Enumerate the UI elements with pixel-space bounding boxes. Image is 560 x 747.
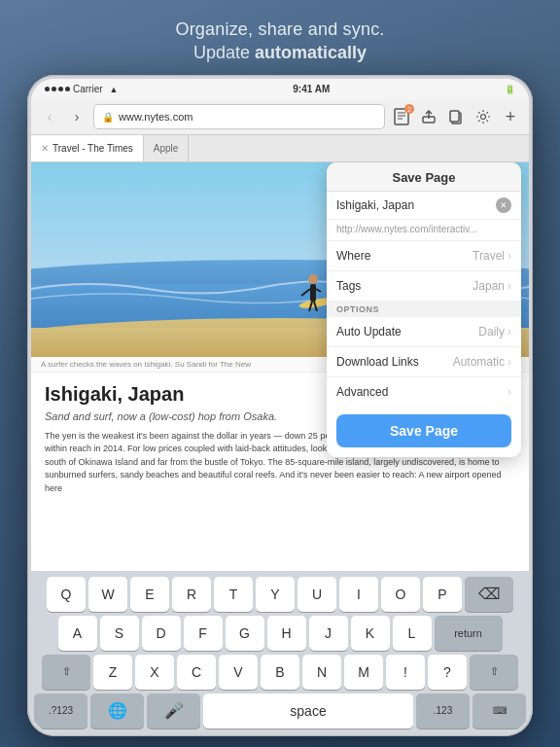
key-backspace[interactable]: ⌫ <box>465 577 513 612</box>
popup-tags-label: Tags <box>336 279 472 293</box>
tab-apple[interactable]: Apple <box>144 135 190 161</box>
url-bar[interactable]: 🔒 www.nytes.com <box>93 104 385 129</box>
key-q[interactable]: Q <box>47 577 86 612</box>
key-b[interactable]: B <box>261 655 299 690</box>
key-n[interactable]: N <box>302 655 341 690</box>
key-row-2: A S D F G H J K L return <box>34 616 526 651</box>
popup-auto-update-chevron: › <box>508 325 511 338</box>
popup-download-links-label: Download Links <box>336 355 453 369</box>
key-keyboard[interactable]: ⌨ <box>472 694 526 729</box>
key-o[interactable]: O <box>381 577 420 612</box>
url-text: www.nytes.com <box>119 111 192 123</box>
popup-clear-button[interactable]: ✕ <box>496 197 511 213</box>
key-numbers[interactable]: .?123 <box>34 694 88 729</box>
key-return[interactable]: return <box>435 616 503 651</box>
key-h[interactable]: H <box>267 616 306 651</box>
popup-section-header: OPTIONS <box>327 302 521 317</box>
popup-row-advanced[interactable]: Advanced › <box>327 377 521 407</box>
popup-name-input[interactable] <box>336 198 496 212</box>
header-text: Organize, share and sync. Update automat… <box>175 18 384 65</box>
key-space[interactable]: space <box>203 694 413 729</box>
dot-3 <box>58 87 63 91</box>
header-line2: Update automatically <box>175 41 384 64</box>
key-numbers-right[interactable]: .123 <box>416 694 470 729</box>
popup-advanced-chevron: › <box>508 385 511 399</box>
toolbar-icons: 2 <box>391 106 521 127</box>
key-p[interactable]: P <box>423 577 462 612</box>
device-inner: Carrier ▲ 9:41 AM 🔋 ‹ › 🔒 www.nytes.com <box>31 79 529 732</box>
key-g[interactable]: G <box>226 616 264 651</box>
svg-rect-7 <box>450 111 459 122</box>
key-exclaim[interactable]: ! <box>386 655 425 690</box>
popup-row-download-links[interactable]: Download Links Automatic › <box>327 347 521 377</box>
content-area: A surfer checks the waves on Ishigaki. S… <box>31 162 529 571</box>
browser-toolbar: ‹ › 🔒 www.nytes.com 2 <box>31 100 529 135</box>
key-m[interactable]: M <box>344 655 383 690</box>
key-y[interactable]: Y <box>256 577 295 612</box>
key-w[interactable]: W <box>88 577 127 612</box>
status-left: Carrier ▲ <box>45 84 118 94</box>
popup-row-where[interactable]: Where Travel › <box>327 241 521 271</box>
popup-title: Save Page <box>327 162 521 192</box>
key-e[interactable]: E <box>130 577 169 612</box>
key-row-1: Q W E R T Y U I O P ⌫ <box>34 577 526 612</box>
popup-name-field[interactable]: ✕ <box>327 192 521 220</box>
popup-auto-update-value: Daily <box>478 325 505 338</box>
key-i[interactable]: I <box>339 577 378 612</box>
header-line1: Organize, share and sync. <box>175 18 384 41</box>
key-row-bottom: .?123 🌐 🎤 space .123 ⌨ <box>34 694 526 729</box>
key-l[interactable]: L <box>393 616 432 651</box>
dot-4 <box>65 87 70 91</box>
bookmark-icon[interactable]: 2 <box>391 106 412 127</box>
time-display: 9:41 AM <box>293 84 330 94</box>
key-v[interactable]: V <box>219 655 258 690</box>
signal-dots <box>45 87 70 91</box>
key-r[interactable]: R <box>172 577 211 612</box>
add-tab-icon[interactable]: + <box>500 106 521 127</box>
key-c[interactable]: C <box>177 655 216 690</box>
carrier-label: Carrier <box>73 84 103 94</box>
popup-where-value: Travel <box>472 249 505 263</box>
share-icon[interactable] <box>418 106 439 127</box>
key-a[interactable]: A <box>58 616 97 651</box>
key-x[interactable]: X <box>135 655 174 690</box>
tab-travel[interactable]: ✕ Travel - The Times <box>31 135 144 161</box>
tab-bar: ✕ Travel - The Times Apple <box>31 135 529 162</box>
dot-2 <box>52 87 56 91</box>
copy-icon[interactable] <box>445 106 467 127</box>
popup-where-label: Where <box>336 249 472 263</box>
popup-row-tags[interactable]: Tags Japan › <box>327 271 521 302</box>
settings-icon[interactable] <box>472 106 494 127</box>
status-right: 🔋 <box>505 85 515 94</box>
popup-url-field: http://www.nytes.com/interactiv... <box>327 220 521 241</box>
key-d[interactable]: D <box>142 616 181 651</box>
tab-travel-label: Travel - The Times <box>52 143 133 154</box>
key-k[interactable]: K <box>351 616 390 651</box>
key-j[interactable]: J <box>309 616 348 651</box>
tab-apple-label: Apple <box>154 143 179 154</box>
key-shift-right[interactable]: ⇧ <box>470 655 518 690</box>
save-popup: Save Page ✕ http://www.nytes.com/interac… <box>327 162 521 457</box>
tab-close-travel[interactable]: ✕ <box>41 143 49 154</box>
key-t[interactable]: T <box>214 577 253 612</box>
header-line2-bold: automatically <box>255 43 367 62</box>
key-question[interactable]: ? <box>428 655 467 690</box>
status-bar: Carrier ▲ 9:41 AM 🔋 <box>31 79 529 100</box>
popup-save-button[interactable]: Save Page <box>336 414 511 447</box>
key-shift[interactable]: ⇧ <box>42 655 90 690</box>
header-line2-prefix: Update <box>193 43 255 62</box>
key-s[interactable]: S <box>100 616 139 651</box>
bookmark-badge: 2 <box>404 104 414 114</box>
popup-tags-chevron: › <box>508 279 511 293</box>
keyboard: Q W E R T Y U I O P ⌫ A S D F G H J <box>31 571 529 732</box>
key-f[interactable]: F <box>184 616 223 651</box>
key-emoji[interactable]: 🌐 <box>90 694 144 729</box>
key-z[interactable]: Z <box>93 655 132 690</box>
svg-rect-17 <box>310 284 316 302</box>
key-mic[interactable]: 🎤 <box>147 694 200 729</box>
popup-row-auto-update[interactable]: Auto Update Daily › <box>327 317 521 347</box>
popup-auto-update-label: Auto Update <box>336 325 478 338</box>
back-button[interactable]: ‹ <box>39 106 60 127</box>
forward-button[interactable]: › <box>66 106 88 127</box>
key-u[interactable]: U <box>298 577 336 612</box>
